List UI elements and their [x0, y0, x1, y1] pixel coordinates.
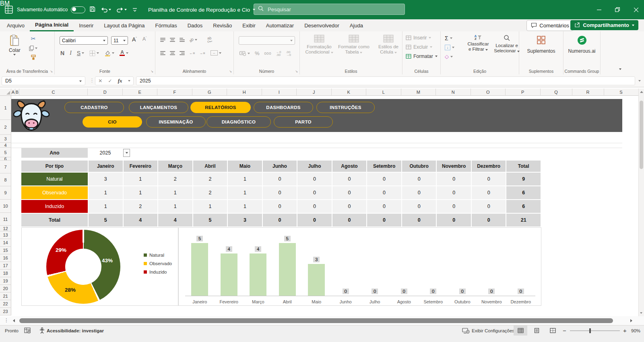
- row-header-9[interactable]: 9: [0, 186, 11, 200]
- table-cell[interactable]: 0: [332, 200, 367, 213]
- ribbon-tab-pagina-inicial[interactable]: Página Inicial: [30, 19, 74, 31]
- merge-center-icon[interactable]: ↔: [211, 50, 221, 56]
- table-cell[interactable]: 1: [89, 200, 123, 213]
- vertical-scrollbar[interactable]: [638, 89, 644, 316]
- table-col-outubro[interactable]: Outubro: [402, 161, 436, 172]
- save-icon[interactable]: [89, 6, 95, 14]
- table-cell[interactable]: 0: [402, 173, 436, 185]
- ribbon-tab-desenvolvedor[interactable]: Desenvolvedor: [299, 19, 345, 31]
- table-cell[interactable]: 0: [472, 186, 506, 199]
- scroll-right-icon[interactable]: [630, 319, 632, 322]
- row-header-20[interactable]: 20: [0, 285, 11, 293]
- bar-chart[interactable]: 544530000000 JaneiroFevereiroMarçoAbrilM…: [178, 227, 541, 306]
- bar-maio[interactable]: [308, 264, 325, 296]
- zoom-slider[interactable]: [570, 326, 620, 336]
- ribbon-tab-formulas[interactable]: Fórmulas: [150, 19, 182, 31]
- row-header-19[interactable]: 19: [0, 277, 11, 285]
- table-cell[interactable]: 0: [437, 173, 471, 185]
- font-family-select[interactable]: Calibri: [60, 36, 108, 45]
- copy-icon[interactable]: [29, 45, 37, 51]
- table-col-agosto[interactable]: Agosto: [332, 161, 367, 172]
- cells-button-excluir[interactable]: Excluir: [406, 44, 438, 50]
- search-box[interactable]: [254, 4, 405, 15]
- table-cell[interactable]: 0: [402, 186, 436, 199]
- table-cell[interactable]: 0: [472, 173, 506, 185]
- bar-marco[interactable]: [250, 253, 266, 296]
- align-right-icon[interactable]: [180, 51, 185, 55]
- table-cell[interactable]: 0: [332, 173, 367, 185]
- table-cell[interactable]: 1: [228, 173, 262, 185]
- vertical-scroll-thumb[interactable]: [640, 101, 643, 169]
- increase-decimal-icon[interactable]: ←0.00: [276, 51, 281, 56]
- horizontal-scroll-thumb[interactable]: [19, 318, 613, 323]
- table-cell[interactable]: 0: [297, 173, 332, 185]
- ribbon-tab-automatizar[interactable]: Automatizar: [261, 19, 299, 31]
- nav-relatorios[interactable]: RELATÓRIOS: [190, 102, 251, 113]
- redo-button[interactable]: [117, 7, 127, 12]
- close-button[interactable]: [628, 0, 644, 19]
- bar-fevereiro[interactable]: [221, 253, 237, 296]
- table-cell[interactable]: 0: [367, 173, 401, 185]
- column-header-l[interactable]: L: [366, 89, 401, 96]
- paste-button[interactable]: Colar: [9, 35, 21, 56]
- table-cell[interactable]: 4: [124, 214, 158, 227]
- row-header-23[interactable]: 23: [0, 308, 11, 315]
- row-label-observado[interactable]: Observado: [21, 186, 88, 199]
- column-header-b[interactable]: B: [15, 89, 19, 96]
- expand-formula-bar-icon[interactable]: [638, 80, 641, 82]
- formula-input[interactable]: 2025: [136, 76, 635, 85]
- table-cell[interactable]: 0: [367, 200, 401, 213]
- table-cell[interactable]: 5: [193, 214, 227, 227]
- column-header-r[interactable]: R: [572, 89, 604, 96]
- find-select-button[interactable]: Localizar e Selecionar: [494, 35, 520, 54]
- table-cell-total[interactable]: 9: [506, 173, 541, 185]
- cancel-entry-icon[interactable]: ✕: [98, 78, 102, 84]
- orientation-icon[interactable]: ab: [189, 38, 197, 42]
- row-label-induzido[interactable]: Induzido: [21, 200, 88, 213]
- row-header-6[interactable]: 6: [0, 157, 11, 161]
- autosum-button[interactable]: Σ: [445, 35, 454, 41]
- table-cell[interactable]: 0: [263, 173, 297, 185]
- table-col-novembro[interactable]: Novembro: [437, 161, 471, 172]
- table-cell[interactable]: 1: [89, 186, 123, 199]
- confirm-entry-icon[interactable]: ✓: [108, 78, 112, 84]
- table-cell[interactable]: 3: [228, 214, 262, 227]
- ribbon-tab-exibir[interactable]: Exibir: [237, 19, 261, 31]
- macro-record-icon[interactable]: [24, 326, 31, 336]
- column-header-c[interactable]: C: [19, 89, 88, 96]
- cells-button-inserir[interactable]: Inserir: [406, 35, 438, 41]
- year-dropdown-button[interactable]: [123, 149, 130, 157]
- table-cell[interactable]: 2: [158, 173, 192, 185]
- table-col-julho[interactable]: Julho: [297, 161, 332, 172]
- fill-color-button[interactable]: [104, 50, 114, 56]
- table-cell[interactable]: 0: [472, 200, 506, 213]
- year-value-cell[interactable]: 2025: [88, 148, 123, 158]
- table-cell[interactable]: 1: [228, 186, 262, 199]
- align-center-icon[interactable]: [170, 51, 175, 55]
- column-header-h[interactable]: H: [227, 89, 262, 96]
- increase-indent-icon[interactable]: →≡: [199, 51, 205, 55]
- normal-view-button[interactable]: [514, 326, 527, 336]
- restore-button[interactable]: [609, 0, 625, 19]
- column-header-m[interactable]: M: [401, 89, 436, 96]
- currency-format-icon[interactable]: [239, 51, 250, 56]
- table-col-por-tipo[interactable]: Por tipo: [21, 161, 88, 172]
- table-cell[interactable]: 0: [297, 200, 332, 213]
- table-cell[interactable]: 0: [437, 200, 471, 213]
- table-cell[interactable]: 2: [193, 173, 227, 185]
- ribbon-tab-dados[interactable]: Dados: [182, 19, 208, 31]
- row-header-1[interactable]: 1: [0, 96, 11, 120]
- table-cell[interactable]: 0: [402, 200, 436, 213]
- format-painter-icon[interactable]: [29, 55, 37, 60]
- column-header-j[interactable]: J: [297, 89, 332, 96]
- row-header-11[interactable]: 11: [0, 213, 11, 226]
- row-header-18[interactable]: 18: [0, 270, 11, 277]
- accessibility-status[interactable]: Acessibilidade: investigar: [39, 326, 104, 336]
- collapse-ribbon-icon[interactable]: [619, 64, 621, 72]
- nav-dashboards[interactable]: DASHBOARDS: [254, 102, 313, 113]
- row-header-21[interactable]: 21: [0, 293, 11, 300]
- share-button[interactable]: Compartilhamento: [570, 20, 638, 30]
- name-box[interactable]: D5: [2, 76, 85, 85]
- table-cell-total[interactable]: 6: [506, 200, 541, 213]
- row-header-5[interactable]: 5: [0, 148, 11, 157]
